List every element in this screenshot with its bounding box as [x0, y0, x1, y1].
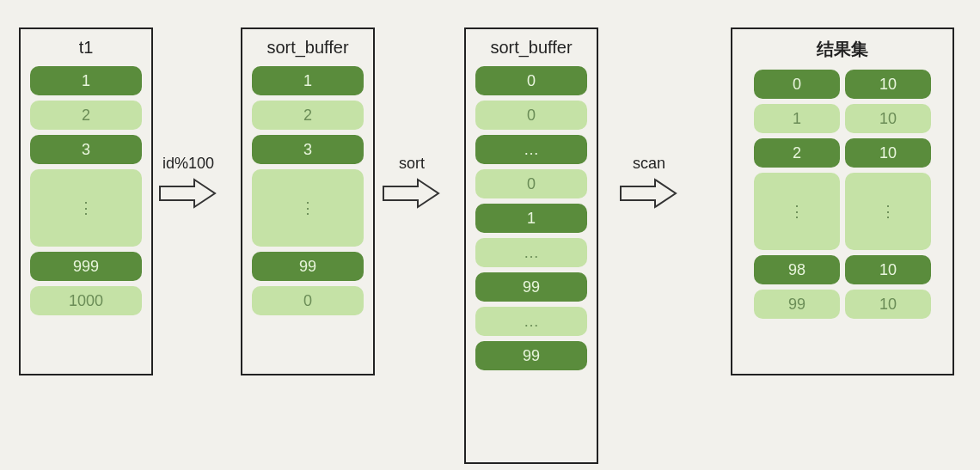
sb2-cell: 0: [475, 101, 587, 130]
panel-t1-title: t1: [79, 38, 94, 58]
sb1-cell-ellipsis: ⋮: [252, 169, 364, 247]
arrow-label: sort: [399, 155, 425, 173]
sb1-cell: 1: [252, 66, 364, 95]
panel-sb1-rows: 1 2 3 ⋮ 99 0: [249, 66, 366, 315]
t1-cell-ellipsis: ⋮: [30, 169, 142, 247]
res-cell-ellipsis-b: ⋮: [845, 173, 931, 250]
sb1-cell: 99: [252, 252, 364, 281]
t1-cell: 999: [30, 252, 142, 281]
sb1-cell: 2: [252, 101, 364, 130]
res-cell-b: 10: [845, 138, 931, 168]
res-row: 0 10: [754, 70, 931, 99]
panel-sort-buffer-2: sort_buffer 0 0 … 0 1 … 99 … 99: [464, 27, 598, 464]
res-row: 99 10: [754, 290, 931, 319]
panel-res-title: 结果集: [817, 38, 868, 61]
sb2-cell: 0: [475, 66, 587, 95]
res-cell-a: 1: [754, 104, 840, 133]
arrow-icon: [382, 176, 442, 211]
res-cell-a: 2: [754, 138, 840, 168]
res-cell-b: 10: [845, 70, 931, 99]
arrow-icon: [158, 176, 218, 211]
panel-t1-rows: 1 2 3 ⋮ 999 1000: [28, 66, 144, 315]
t1-cell: 3: [30, 135, 142, 164]
res-cell-b: 10: [845, 255, 931, 284]
sb2-cell: …: [475, 307, 587, 336]
res-cell-a: 98: [754, 255, 840, 284]
panel-sb2-title: sort_buffer: [490, 38, 572, 58]
res-cell-b: 10: [845, 290, 931, 319]
arrow-scan: scan: [619, 155, 679, 211]
arrow-icon: [619, 176, 679, 211]
arrow-label: id%100: [162, 155, 214, 173]
sb2-cell: …: [475, 238, 587, 267]
res-cell-a: 0: [754, 70, 840, 99]
sb1-cell: 0: [252, 286, 364, 315]
panel-res-rows: 0 10 1 10 2 10 ⋮ ⋮ 98 10 99 10: [739, 70, 946, 319]
panel-result-set: 结果集 0 10 1 10 2 10 ⋮ ⋮ 98 10 99 10: [731, 27, 954, 375]
res-row: 2 10: [754, 138, 931, 168]
panel-sb1-title: sort_buffer: [266, 38, 348, 58]
sb1-cell: 3: [252, 135, 364, 164]
res-row: ⋮ ⋮: [754, 173, 931, 250]
arrow-label: scan: [633, 155, 665, 173]
res-row: 98 10: [754, 255, 931, 284]
arrow-id-mod-100: id%100: [158, 155, 218, 211]
res-cell-ellipsis-a: ⋮: [754, 173, 840, 250]
sb2-cell: 0: [475, 169, 587, 198]
t1-cell: 1: [30, 66, 142, 95]
t1-cell: 2: [30, 101, 142, 130]
res-cell-b: 10: [845, 104, 931, 133]
panel-sb2-rows: 0 0 … 0 1 … 99 … 99: [473, 66, 590, 370]
sb2-cell: 99: [475, 341, 587, 370]
res-cell-a: 99: [754, 290, 840, 319]
panel-sort-buffer-1: sort_buffer 1 2 3 ⋮ 99 0: [241, 27, 375, 375]
panel-t1: t1 1 2 3 ⋮ 999 1000: [19, 27, 153, 375]
sb2-cell: 1: [475, 204, 587, 233]
arrow-sort: sort: [382, 155, 442, 211]
t1-cell: 1000: [30, 286, 142, 315]
sb2-cell: 99: [475, 272, 587, 302]
sb2-cell: …: [475, 135, 587, 164]
res-row: 1 10: [754, 104, 931, 133]
